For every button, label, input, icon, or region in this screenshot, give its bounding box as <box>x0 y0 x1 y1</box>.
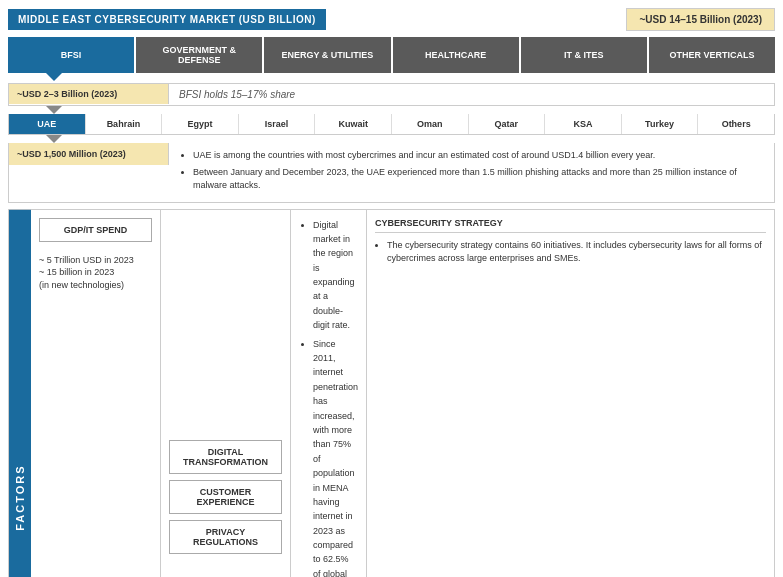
vertical-tab-energy---utilities[interactable]: ENERGY & UTILITIES <box>264 37 392 73</box>
page-title: MIDDLE EAST CYBERSECURITY MARKET (USD BI… <box>8 9 326 30</box>
countries-row: UAEBahrainEgyptIsraelKuwaitOmanQatarKSAT… <box>8 114 775 135</box>
cybersec-title: CYBERSECURITY STRATEGY <box>375 218 766 233</box>
uae-bullet-item: UAE is among the countries with most cyb… <box>193 149 764 163</box>
country-cell-bahrain[interactable]: Bahrain <box>86 114 163 134</box>
factor-bullet-item: Digital market in the region is expandin… <box>313 218 358 333</box>
country-cell-kuwait[interactable]: Kuwait <box>315 114 392 134</box>
country-cell-ksa[interactable]: KSA <box>545 114 622 134</box>
gdp-it-spend-box: GDP/IT SPEND <box>39 218 152 242</box>
gdp-it-value: ~ 5 Trillion USD in 2023~ 15 billion in … <box>39 254 152 292</box>
cybersecurity-strategy: CYBERSECURITY STRATEGY The cybersecurity… <box>367 210 774 578</box>
factors-main-text: Digital market in the region is expandin… <box>291 210 367 578</box>
country-cell-qatar[interactable]: Qatar <box>469 114 546 134</box>
vertical-tab-it---ites[interactable]: IT & ITES <box>521 37 649 73</box>
vertical-tab-other-verticals[interactable]: OTHER VERTICALS <box>649 37 775 73</box>
factors-section: FACTORS GDP/IT SPEND ~ 5 Trillion USD in… <box>8 209 775 578</box>
arrow-down-2 <box>46 106 62 114</box>
verticals-row: BFSIGOVERNMENT & DEFENSEENERGY & UTILITI… <box>8 37 775 73</box>
factors-content: GDP/IT SPEND ~ 5 Trillion USD in 2023~ 1… <box>31 210 774 578</box>
country-cell-others[interactable]: Others <box>698 114 774 134</box>
header-row: MIDDLE EAST CYBERSECURITY MARKET (USD BI… <box>8 8 775 31</box>
cybersec-bullet-item: The cybersecurity strategy contains 60 i… <box>387 239 766 266</box>
factor-mid-digital-transformation: DIGITAL TRANSFORMATION <box>169 440 282 474</box>
country-cell-israel[interactable]: Israel <box>239 114 316 134</box>
bfsi-share-text: BFSI holds 15–17% share <box>169 84 305 105</box>
factors-label: FACTORS <box>9 210 31 578</box>
bfsi-section: ~USD 2–3 Billion (2023) BFSI holds 15–17… <box>8 83 775 106</box>
vertical-tab-healthcare[interactable]: HEALTHCARE <box>393 37 521 73</box>
country-cell-turkey[interactable]: Turkey <box>622 114 699 134</box>
arrow-down-3 <box>46 135 62 143</box>
uae-value: ~USD 1,500 Million (2023) <box>9 143 169 165</box>
cybersec-body: The cybersecurity strategy contains 60 i… <box>375 239 766 266</box>
country-cell-uae[interactable]: UAE <box>9 114 86 134</box>
bfsi-value: ~USD 2–3 Billion (2023) <box>9 84 169 104</box>
vertical-tab-bfsi[interactable]: BFSI <box>8 37 136 73</box>
uae-detail-section: ~USD 1,500 Million (2023) UAE is among t… <box>8 143 775 203</box>
factor-mid-customer-experience: CUSTOMER EXPERIENCE <box>169 480 282 514</box>
arrow-down-1 <box>46 73 62 81</box>
factors-middle: DIGITAL TRANSFORMATIONCUSTOMER EXPERIENC… <box>161 210 291 578</box>
vertical-tab-government---defense[interactable]: GOVERNMENT & DEFENSE <box>136 37 264 73</box>
country-cell-egypt[interactable]: Egypt <box>162 114 239 134</box>
factor-mid-privacy-regulations: PRIVACY REGULATIONS <box>169 520 282 554</box>
uae-bullets: UAE is among the countries with most cyb… <box>169 143 774 202</box>
country-cell-oman[interactable]: Oman <box>392 114 469 134</box>
market-value-badge: ~USD 14–15 Billion (2023) <box>626 8 775 31</box>
factors-left: GDP/IT SPEND ~ 5 Trillion USD in 2023~ 1… <box>31 210 161 578</box>
factor-bullet-item: Since 2011, internet penetration has inc… <box>313 337 358 577</box>
uae-bullet-item: Between January and December 2023, the U… <box>193 166 764 193</box>
